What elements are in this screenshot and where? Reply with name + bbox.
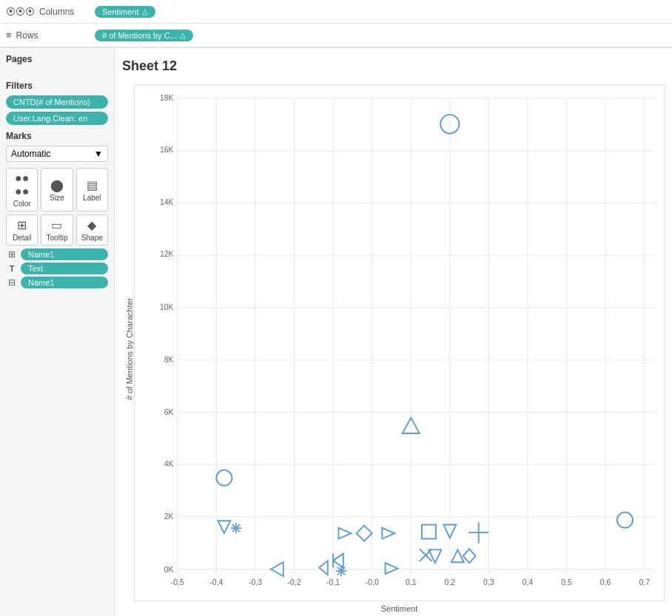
rows-icon: ≡ [6,30,12,41]
x-axis-label: Sentiment [134,604,665,613]
main-area: Pages Filters CNTD(# of Mentions) User.L… [0,48,672,616]
marks-buttons-grid: ●●●● Color ⬤ Size ▤ Label ⊞ Detail ▭ T [6,168,108,246]
marks-section: Marks Automatic ▼ ●●●● Color ⬤ Size ▤ La… [6,131,108,288]
marks-color-label: Color [13,200,31,208]
shelf-item-1: T Text [6,263,108,274]
chart-wrapper: # of Mentions by Charachter 0K 2K 4K 6K [122,84,665,613]
x-tick-02: 0,2 [445,578,456,586]
rows-row: ≡ Rows # of Mentions by C... △ [0,24,672,47]
chart-inner: 0K 2K 4K 6K 8K 10K 12K 14K 16K 18K [134,84,665,613]
shelf-item-2: ⊟ Name1 [6,277,108,288]
point-asterisk-2: ✳ [335,563,347,579]
x-tick-n02: -0,2 [288,578,301,586]
columns-pill[interactable]: Sentiment △ [95,6,155,18]
marks-shape-button[interactable]: ◆ Shape [76,214,108,246]
columns-icon: ⦿⦿⦿ [6,6,35,17]
y-tick-14k: 14K [160,197,174,206]
chart-title: Sheet 12 [122,55,665,77]
filters-section-title: Filters [6,81,108,91]
columns-pill-delta: △ [142,7,148,16]
x-tick-04: 0,4 [523,578,534,586]
y-tick-2k: 2K [164,512,174,521]
shelf-item-0: ⊞ Name1 [6,248,108,260]
columns-pill-label: Sentiment [102,7,139,16]
shelf-pill-2[interactable]: Name1 [21,277,108,288]
rows-pill[interactable]: # of Mentions by C... △ [95,30,193,41]
color-icon: ●●●● [15,172,29,198]
shelf-pill-1[interactable]: Text [21,263,108,274]
x-tick-00: -0,0 [366,578,379,586]
sidebar: Pages Filters CNTD(# of Mentions) User.L… [0,48,115,616]
y-tick-16k: 16K [160,145,174,154]
columns-row: ⦿⦿⦿ Columns Sentiment △ [0,0,672,24]
marks-size-label: Size [50,194,64,202]
marks-color-button[interactable]: ●●●● Color [6,168,38,211]
x-tick-n04: -0,4 [209,578,223,586]
top-bar: ⦿⦿⦿ Columns Sentiment △ ≡ Rows # of Ment… [0,0,672,48]
y-tick-0k: 0K [164,565,174,574]
rows-label: ≡ Rows [6,30,95,41]
filter-pill-1[interactable]: User.Lang.Clean: en [6,112,108,125]
chart-area: Sheet 12 # of Mentions by Charachter 0K … [115,48,672,616]
detail-icon: ⊞ [17,218,27,232]
marks-shape-label: Shape [81,234,103,242]
marks-type-dropdown[interactable]: Automatic ▼ [6,146,108,162]
columns-label: ⦿⦿⦿ Columns [6,6,95,17]
y-tick-18k: 18K [160,93,174,102]
point-arrow-3 [386,563,398,574]
point-circle-3 [617,512,633,528]
point-diamond-2 [463,549,476,563]
point-tri-small [451,549,464,562]
shelf-pill-0[interactable]: Name1 [21,248,108,260]
point-arrow-1 [338,528,351,539]
x-tick-06: 0,6 [600,578,611,586]
label-icon: ▤ [87,178,98,192]
y-tick-8k: 8K [164,355,174,364]
marks-detail-label: Detail [13,234,32,242]
size-icon: ⬤ [50,178,64,192]
x-tick-03: 0,3 [483,578,494,586]
point-diamond-1 [357,526,372,541]
point-arrow-left-1 [319,561,328,575]
chart-svg: 0K 2K 4K 6K 8K 10K 12K 14K 16K 18K [135,85,664,600]
marks-label-button[interactable]: ▤ Label [76,168,108,211]
marks-label-label: Label [83,194,101,202]
rows-pill-delta: △ [180,31,186,39]
filter-pill-0[interactable]: CNTD(# of Mentions) [6,95,108,109]
shape-icon: ◆ [87,218,96,232]
rows-text: Rows [16,30,38,41]
marks-section-title: Marks [6,131,108,141]
pages-section-title: Pages [6,54,108,64]
tooltip-icon: ▭ [51,218,62,232]
shelf-icon-0: ⊞ [6,249,18,260]
point-arrow-2 [382,528,394,539]
y-tick-10k: 10K [160,302,174,311]
shelf-icon-2: ⊟ [6,277,18,288]
y-tick-12k: 12K [160,249,174,258]
rows-pill-label: # of Mentions by C... [102,31,177,40]
marks-tooltip-button[interactable]: ▭ Tooltip [41,214,73,246]
y-tick-4k: 4K [164,459,174,468]
marks-tooltip-label: Tooltip [47,234,68,242]
marks-type-label: Automatic [11,149,50,159]
y-tick-6k: 6K [164,407,174,416]
point-square-1 [422,525,436,539]
y-axis-label: # of Mentions by Charachter [122,84,134,613]
x-tick-05: 0,5 [561,578,572,586]
x-tick-07: 0,7 [639,578,650,586]
dropdown-chevron: ▼ [94,149,103,159]
marks-size-button[interactable]: ⬤ Size [41,168,73,211]
x-tick-n05: -0,5 [171,578,184,586]
point-tridown-1 [218,521,231,533]
point-asterisk-1: ✳ [230,521,242,536]
columns-text: Columns [39,7,74,17]
shelf-icon-1: T [6,264,18,273]
x-tick-n03: -0,3 [249,578,262,586]
marks-detail-button[interactable]: ⊞ Detail [6,214,38,246]
point-circle-2 [216,470,232,486]
plot-area: 0K 2K 4K 6K 8K 10K 12K 14K 16K 18K [134,84,665,601]
x-tick-01: 0,1 [406,578,417,586]
